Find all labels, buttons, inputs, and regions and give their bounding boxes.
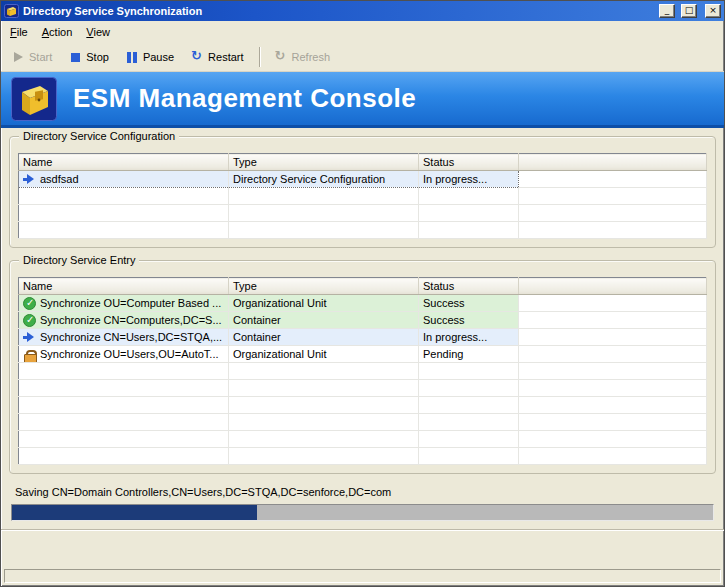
status-cell: In progress... — [419, 171, 519, 188]
empty-row — [19, 448, 707, 465]
blank-cell — [229, 363, 419, 380]
blank-cell — [19, 380, 229, 397]
blank-cell — [419, 205, 519, 222]
type-cell: Container — [229, 329, 419, 346]
blank-cell — [19, 431, 229, 448]
config-row[interactable]: asdfsadDirectory Service ConfigurationIn… — [19, 171, 707, 188]
progress-bar-fill — [12, 505, 257, 520]
entry-table: NameTypeStatusSynchronize OU=Computer Ba… — [18, 277, 707, 465]
pause-button[interactable]: Pause — [119, 47, 182, 67]
close-button[interactable]: × — [705, 4, 721, 18]
success-icon — [23, 297, 36, 310]
empty-row — [19, 380, 707, 397]
blank-cell — [229, 448, 419, 465]
name-cell: asdfsad — [19, 171, 229, 188]
title-bar[interactable]: Directory Service Synchronization _ □ × — [1, 1, 724, 21]
refresh-button: Refresh — [268, 47, 339, 67]
entry-groupbox: Directory Service Entry NameTypeStatusSy… — [9, 260, 716, 474]
blank-cell — [519, 312, 707, 329]
blank-cell — [519, 363, 707, 380]
blank-cell — [419, 188, 519, 205]
blank-cell — [229, 188, 419, 205]
blank-cell — [419, 431, 519, 448]
menu-bar: FileActionView — [1, 21, 724, 42]
blank-cell — [229, 222, 419, 239]
blank-cell — [19, 188, 229, 205]
progress-bar — [11, 504, 714, 521]
stop-icon — [68, 50, 82, 64]
blank-cell — [519, 188, 707, 205]
column-header-blank[interactable] — [519, 278, 707, 295]
blank-cell — [419, 363, 519, 380]
arrow-icon — [23, 173, 36, 186]
esm-logo-icon — [11, 77, 57, 121]
blank-cell — [419, 414, 519, 431]
row-name-text: asdfsad — [40, 173, 79, 185]
refresh-icon — [274, 50, 288, 64]
status-cell: Success — [419, 295, 519, 312]
name-cell: Synchronize OU=Users,OU=AutoT... — [19, 346, 229, 363]
blank-cell — [19, 414, 229, 431]
entry-row[interactable]: Synchronize OU=Users,OU=AutoT...Organiza… — [19, 346, 707, 363]
type-cell: Container — [229, 312, 419, 329]
column-header-type[interactable]: Type — [229, 154, 419, 171]
name-cell: Synchronize OU=Computer Based ... — [19, 295, 229, 312]
blank-cell — [419, 380, 519, 397]
blank-cell — [229, 397, 419, 414]
menu-item-action[interactable]: Action — [35, 24, 80, 40]
main-content: Directory Service Configuration NameType… — [1, 128, 724, 521]
column-header-name[interactable]: Name — [19, 154, 229, 171]
blank-cell — [519, 329, 707, 346]
banner-title: ESM Management Console — [73, 83, 416, 114]
empty-row — [19, 397, 707, 414]
header-row: NameTypeStatus — [19, 278, 707, 295]
empty-row — [19, 414, 707, 431]
status-cell: Pending — [419, 346, 519, 363]
menu-item-file[interactable]: File — [3, 24, 35, 40]
empty-row — [19, 431, 707, 448]
banner: ESM Management Console — [1, 72, 724, 128]
toolbar: StartStopPauseRestartRefresh — [1, 42, 724, 72]
blank-cell — [519, 397, 707, 414]
restart-button[interactable]: Restart — [184, 47, 251, 67]
blank-cell — [19, 397, 229, 414]
entry-row[interactable]: Synchronize CN=Computers,DC=S...Containe… — [19, 312, 707, 329]
app-window: Directory Service Synchronization _ □ × … — [0, 0, 725, 587]
status-bar — [4, 569, 721, 583]
config-groupbox: Directory Service Configuration NameType… — [9, 136, 716, 248]
toolbar-separator — [259, 47, 261, 67]
row-name-text: Synchronize OU=Computer Based ... — [40, 297, 221, 309]
entry-row[interactable]: Synchronize CN=Users,DC=STQA,...Containe… — [19, 329, 707, 346]
row-name-text: Synchronize CN=Computers,DC=S... — [40, 314, 222, 326]
column-header-type[interactable]: Type — [229, 278, 419, 295]
minimize-button[interactable]: _ — [659, 4, 675, 18]
header-row: NameTypeStatus — [19, 154, 707, 171]
blank-cell — [19, 205, 229, 222]
blank-cell — [229, 414, 419, 431]
status-cell: Success — [419, 312, 519, 329]
entry-row[interactable]: Synchronize OU=Computer Based ...Organiz… — [19, 295, 707, 312]
type-cell: Organizational Unit — [229, 346, 419, 363]
blank-cell — [229, 380, 419, 397]
config-groupbox-label: Directory Service Configuration — [19, 130, 179, 142]
blank-cell — [19, 363, 229, 380]
toolbar-button-label: Refresh — [292, 51, 331, 63]
blank-cell — [19, 448, 229, 465]
lock-icon — [23, 350, 36, 363]
blank-cell — [419, 448, 519, 465]
blank-cell — [419, 397, 519, 414]
stop-button[interactable]: Stop — [62, 47, 117, 67]
name-cell: Synchronize CN=Computers,DC=S... — [19, 312, 229, 329]
column-header-status[interactable]: Status — [419, 154, 519, 171]
column-header-blank[interactable] — [519, 154, 707, 171]
maximize-button[interactable]: □ — [681, 4, 697, 18]
column-header-name[interactable]: Name — [19, 278, 229, 295]
play-icon — [11, 50, 25, 64]
column-header-status[interactable]: Status — [419, 278, 519, 295]
window-icon — [4, 4, 19, 18]
blank-cell — [519, 205, 707, 222]
row-name-text: Synchronize CN=Users,DC=STQA,... — [40, 331, 222, 343]
blank-cell — [229, 205, 419, 222]
menu-item-view[interactable]: View — [79, 24, 117, 40]
empty-row — [19, 363, 707, 380]
